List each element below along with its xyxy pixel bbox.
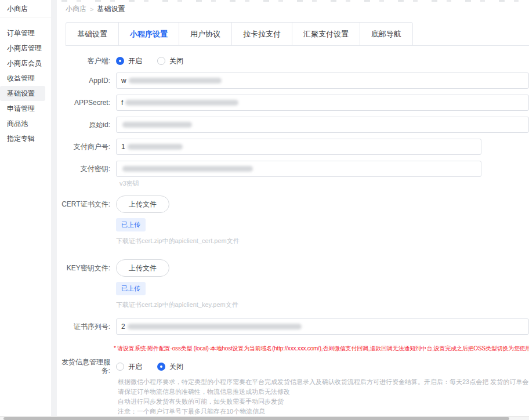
key-file-label: KEY密钥文件: [60, 259, 110, 273]
serial-label: 证书序列号: [60, 323, 110, 331]
appsecret-value-prefix: f [121, 99, 123, 107]
original-id-redacted-value [122, 122, 192, 128]
pay-key-hint: v3密钥 [119, 179, 529, 188]
tab-basic-settings[interactable]: 基础设置 [66, 23, 118, 45]
serial-value-prefix: 2 [121, 323, 125, 331]
client-label: 客户端: [60, 57, 110, 66]
radio-selected-icon [116, 57, 124, 65]
cert-file-field: 上传文件 已上传 下载证书cert.zip中的apiclient_cert.pe… [116, 195, 240, 247]
shipping-help-line: 请保证订单物流信息的准确性，物流信息推送成功后无法修改 [118, 387, 529, 397]
sidebar-nav: 订单管理 小商店管理 小商店会员 收益管理 基础设置 申请管理 商品池 指定专辑 [0, 17, 51, 146]
appid-label: AppID: [60, 77, 110, 85]
shipping-label: 发货信息管理服务: [60, 358, 110, 375]
sidebar-item-product-pool[interactable]: 商品池 [0, 116, 45, 131]
tabs-nav: 基础设置 小程序设置 用户协议 拉卡拉支付 汇聚支付设置 底部导航 [66, 22, 413, 45]
client-radio-off-label: 关闭 [169, 56, 183, 66]
original-id-label: 原始id: [60, 121, 110, 129]
cert-upload-button[interactable]: 上传文件 [116, 195, 169, 213]
app-window: 小商店 订单管理 小商店管理 小商店会员 收益管理 基础设置 申请管理 商品池 … [0, 0, 529, 420]
breadcrumb-shop[interactable]: 小商店 [66, 4, 86, 14]
serial-input[interactable]: 2 [116, 318, 529, 335]
cert-file-row: CERT证书文件: 上传文件 已上传 下载证书cert.zip中的apiclie… [60, 195, 529, 247]
sidebar-item-shop-members[interactable]: 小商店会员 [0, 56, 45, 71]
shipping-radio-off[interactable]: 关闭 [157, 362, 183, 372]
appid-input[interactable]: w [116, 73, 529, 89]
tab-huiju-pay-settings[interactable]: 汇聚支付设置 [292, 23, 360, 45]
oss-warning-text: * 请设置系统-附件配置-oss类型 (local)-本地host设置为当前域名… [114, 345, 529, 353]
client-radio-on-label: 开启 [128, 56, 142, 66]
shipping-help-line: 注意：一个商户订单号下最多只能存在10个物流信息 [118, 407, 529, 417]
radio-unselected-icon [157, 57, 165, 65]
merchant-no-row: 支付商户号: 1 [60, 139, 529, 155]
pay-key-input[interactable] [116, 161, 481, 177]
shipping-radio-on-label: 开启 [128, 362, 142, 372]
sidebar-item-revenue-management[interactable]: 收益管理 [0, 71, 45, 86]
breadcrumb: 小商店 > 基础设置 [57, 2, 529, 13]
tab-miniprogram-settings[interactable]: 小程序设置 [118, 23, 179, 45]
sidebar: 小商店 订单管理 小商店管理 小商店会员 收益管理 基础设置 申请管理 商品池 … [0, 0, 51, 420]
shipping-row: 发货信息管理服务: 开启 关闭 [60, 358, 529, 375]
merchant-no-label: 支付商户号: [60, 143, 110, 151]
pay-key-row: 支付密钥: [60, 161, 529, 177]
horizontal-scrollbar[interactable] [0, 416, 529, 420]
key-file-field: 上传文件 已上传 下载证书cert.zip中的apiclient_key.pem… [116, 259, 238, 310]
tab-footer-nav[interactable]: 底部导航 [360, 23, 412, 45]
key-uploaded-badge[interactable]: 已上传 [116, 282, 146, 295]
tab-user-agreement[interactable]: 用户协议 [179, 23, 231, 45]
pay-key-label: 支付密钥: [60, 165, 110, 173]
shipping-help: 根据微信小程序要求，特定类型的小程序需要在平台完成发货信息录入及确认收货流程后方… [118, 377, 529, 417]
shipping-help-line: 根据微信小程序要求，特定类型的小程序需要在平台完成发货信息录入及确认收货流程后方… [118, 377, 529, 387]
cert-uploaded-badge[interactable]: 已上传 [116, 218, 146, 231]
appsecret-redacted-value [125, 100, 238, 106]
client-row: 客户端: 开启 关闭 [60, 55, 529, 67]
shipping-radio-group: 开启 关闭 [116, 361, 183, 372]
sidebar-item-order-management[interactable]: 订单管理 [0, 26, 45, 41]
merchant-no-value-prefix: 1 [121, 143, 125, 151]
appsecret-row: APPSecret: f [60, 95, 529, 111]
main-content: 小商店 > 基础设置 基础设置 小程序设置 用户协议 拉卡拉支付 汇聚支付设置 … [57, 0, 529, 420]
shipping-radio-on[interactable]: 开启 [116, 362, 142, 372]
clipped-top-row [61, 0, 529, 2]
serial-redacted-value [128, 324, 302, 330]
key-file-hint: 下载证书cert.zip中的apiclient_key.pem文件 [116, 300, 238, 309]
appsecret-input[interactable]: f [116, 95, 529, 111]
appid-row: AppID: w [60, 73, 529, 89]
tab-lakala-pay[interactable]: 拉卡拉支付 [231, 23, 292, 45]
sidebar-content-gutter [51, 0, 57, 420]
sidebar-item-basic-settings[interactable]: 基础设置 [0, 86, 45, 101]
breadcrumb-basic-settings: 基础设置 [97, 4, 125, 14]
cert-file-hint: 下载证书cert.zip中的apiclient_cert.pem文件 [116, 237, 240, 245]
key-file-row: KEY密钥文件: 上传文件 已上传 下载证书cert.zip中的apiclien… [60, 259, 529, 310]
shipping-radio-off-label: 关闭 [169, 362, 183, 372]
tabs-header: 基础设置 小程序设置 用户协议 拉卡拉支付 汇聚支付设置 底部导航 [66, 22, 529, 46]
breadcrumb-separator-icon: > [90, 6, 93, 13]
merchant-no-input[interactable]: 1 [116, 139, 481, 155]
pay-key-redacted-value [122, 166, 253, 172]
shipping-help-line: 自动进行同步发货有失败的可能，如失败需要手动同步发货 [118, 397, 529, 407]
merchant-no-redacted-value [128, 144, 183, 150]
sidebar-item-designated-album[interactable]: 指定专辑 [0, 131, 45, 146]
sidebar-title: 小商店 [0, 0, 51, 17]
radio-unselected-icon [116, 363, 124, 371]
appid-value-prefix: w [121, 77, 126, 85]
client-radio-off[interactable]: 关闭 [157, 56, 183, 66]
appid-redacted-value [129, 78, 222, 84]
serial-row: 证书序列号: 2 [60, 318, 529, 335]
appsecret-label: APPSecret: [60, 99, 110, 107]
original-id-row: 原始id: [60, 117, 529, 133]
radio-selected-icon [157, 363, 165, 371]
key-upload-button[interactable]: 上传文件 [116, 259, 169, 277]
original-id-input[interactable] [116, 117, 529, 133]
sidebar-item-application-management[interactable]: 申请管理 [0, 101, 45, 116]
client-radio-on[interactable]: 开启 [116, 56, 142, 66]
sidebar-item-shop-management[interactable]: 小商店管理 [0, 41, 45, 56]
client-radio-group: 开启 关闭 [116, 55, 183, 67]
miniprogram-settings-form: 客户端: 开启 关闭 AppID: w [57, 46, 529, 420]
horizontal-scrollbar-thumb[interactable] [3, 417, 509, 420]
cert-file-label: CERT证书文件: [60, 195, 110, 209]
